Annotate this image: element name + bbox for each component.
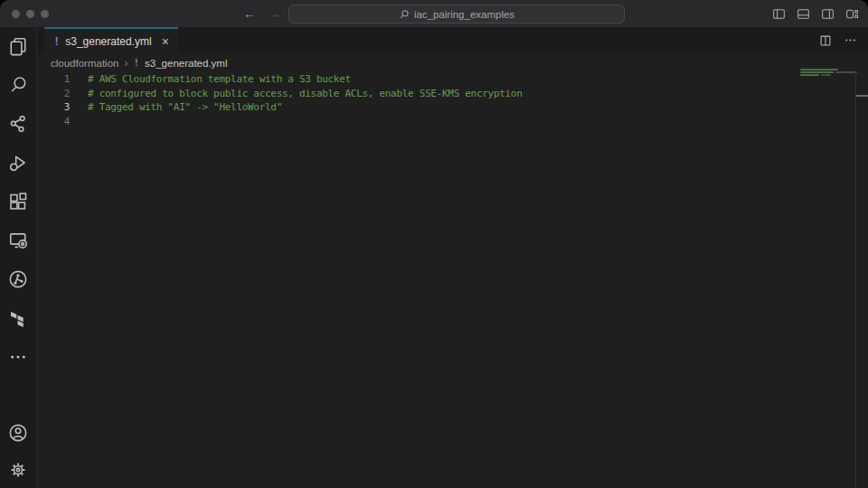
command-center-search[interactable]: iac_pairing_examples [288, 5, 625, 23]
go-back-icon[interactable]: ← [243, 6, 256, 21]
code-editor[interactable]: 1 # AWS Cloudformation template with a S… [37, 72, 868, 128]
overview-ruler-border [855, 70, 856, 488]
explorer-icon[interactable] [7, 35, 29, 57]
toggle-secondary-sidebar-icon[interactable] [821, 7, 835, 21]
terraform-icon[interactable] [7, 307, 29, 329]
search-sidebar-icon[interactable] [7, 74, 29, 96]
line-text: # AWS Cloudformation template with a S3 … [70, 72, 351, 87]
extensions-icon[interactable] [7, 191, 29, 212]
breadcrumb-separator: › [124, 57, 127, 70]
minimize-window-button[interactable] [26, 10, 34, 18]
yaml-file-icon: ! [133, 57, 139, 69]
more-views-icon[interactable] [7, 346, 29, 368]
line-number: 1 [37, 72, 70, 87]
line-number: 2 [37, 87, 70, 101]
history-navigation: ← → [243, 0, 281, 27]
minimap-line [835, 71, 857, 73]
line-number: 3 [37, 100, 70, 115]
go-forward-icon[interactable]: → [269, 6, 281, 21]
code-line: 4 [37, 115, 868, 129]
workbench: ! s3_generated.yml × [0, 27, 868, 488]
yaml-file-icon: ! [53, 35, 60, 48]
code-line: 2 # configured to block public access, d… [37, 87, 868, 101]
source-control-icon[interactable] [7, 113, 29, 135]
editor-actions [819, 27, 857, 53]
zoom-window-button[interactable] [41, 10, 49, 18]
code-line: 1 # AWS Cloudformation template with a S… [37, 72, 868, 87]
accounts-icon[interactable] [7, 422, 29, 444]
minimap-line [800, 74, 819, 76]
tab-s3-generated-yml[interactable]: ! s3_generated.yml × [44, 27, 178, 53]
line-number: 4 [37, 115, 70, 129]
toggle-primary-sidebar-icon[interactable] [772, 7, 786, 21]
tab-label: s3_generated.yml [65, 35, 151, 48]
toggle-panel-icon[interactable] [797, 7, 810, 21]
overview-ruler-cursor-marker [856, 95, 868, 97]
remote-explorer-icon[interactable] [7, 230, 29, 251]
editor-group: ! s3_generated.yml × [37, 27, 868, 488]
customize-layout-icon[interactable] [845, 7, 859, 21]
line-text: # Tagged with "AI" -> "HelloWorld" [70, 100, 282, 115]
line-text [70, 115, 88, 129]
commit-graph-icon[interactable] [7, 268, 29, 290]
breadcrumb-file[interactable]: s3_generated.yml [145, 58, 227, 69]
breadcrumb-folder[interactable]: cloudformation [51, 58, 118, 69]
minimap-line [821, 74, 831, 76]
close-tab-icon[interactable]: × [162, 35, 169, 48]
settings-gear-icon[interactable] [7, 459, 29, 481]
more-actions-icon[interactable] [844, 33, 857, 47]
code-line-active: 3 # Tagged with "AI" -> "HelloWorld" [37, 100, 868, 115]
activity-bar [0, 27, 37, 488]
split-editor-icon[interactable] [819, 34, 832, 47]
search-icon [399, 9, 410, 20]
layout-controls [772, 0, 859, 27]
window-controls [0, 10, 49, 18]
activity-bar-bottom [7, 422, 29, 481]
line-text: # configured to block public access, dis… [70, 87, 523, 101]
breadcrumb: cloudformation › ! s3_generated.yml [37, 53, 868, 72]
close-window-button[interactable] [12, 10, 20, 18]
minimap-line [800, 71, 834, 73]
minimap-line [800, 69, 838, 70]
title-bar: ← → iac_pairing_examples [0, 0, 868, 27]
activity-bar-top [7, 35, 29, 368]
command-center-text: iac_pairing_examples [414, 9, 514, 20]
tab-bar: ! s3_generated.yml × [37, 27, 868, 53]
vscode-window: ← → iac_pairing_examples [0, 0, 868, 488]
run-and-debug-icon[interactable] [7, 152, 29, 174]
